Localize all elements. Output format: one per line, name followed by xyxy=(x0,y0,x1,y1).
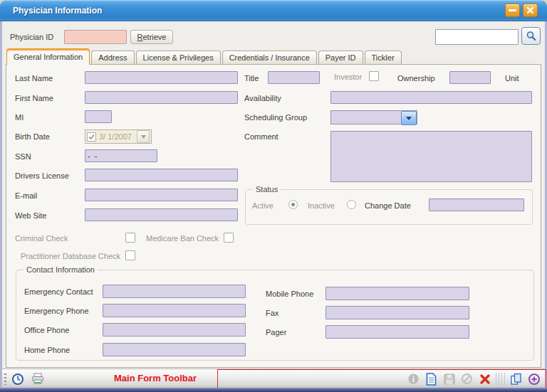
ownership-label: Ownership xyxy=(397,74,435,83)
scheduling-group-value xyxy=(331,111,401,124)
email-input[interactable] xyxy=(85,189,238,201)
search-input[interactable] xyxy=(435,29,519,45)
tab-tickler[interactable]: Tickler xyxy=(365,51,402,64)
practitioner-database-check-label: Practitioner Database Check xyxy=(21,252,120,260)
inactive-radio[interactable] xyxy=(347,200,356,209)
status-legend: Status xyxy=(253,185,281,194)
mi-label: MI xyxy=(15,113,24,122)
availability-input[interactable] xyxy=(330,91,532,104)
fax-input[interactable] xyxy=(325,306,469,319)
copy-button[interactable] xyxy=(509,372,523,386)
toolbar-separator xyxy=(496,373,505,385)
medicare-ban-check-checkbox[interactable] xyxy=(224,233,234,243)
cancel-button[interactable] xyxy=(460,372,474,386)
practitioner-database-check-checkbox[interactable] xyxy=(125,250,135,260)
change-date-input[interactable] xyxy=(429,198,524,211)
print-button[interactable] xyxy=(30,371,46,386)
chevron-down-icon xyxy=(141,135,146,139)
physician-id-label: Physician ID xyxy=(10,33,53,41)
mobile-phone-input[interactable] xyxy=(325,287,469,300)
tab-strip: General Information Address License & Pr… xyxy=(6,48,402,65)
window-title: Physician Information xyxy=(13,0,102,21)
tab-credentials-insurance[interactable]: Credentials / Insurance xyxy=(222,51,317,64)
first-name-label: First Name xyxy=(15,94,53,102)
save-icon xyxy=(444,374,455,385)
investor-checkbox[interactable] xyxy=(369,71,379,81)
active-radio[interactable] xyxy=(288,200,298,209)
office-phone-input[interactable] xyxy=(103,323,246,337)
contact-information-legend: Contact Information xyxy=(24,265,98,274)
web-site-input[interactable] xyxy=(85,208,238,221)
ssn-label: SSN xyxy=(15,152,31,161)
clock-icon xyxy=(11,373,24,386)
search-icon xyxy=(526,31,537,42)
minimize-button[interactable] xyxy=(505,4,520,17)
minimize-icon xyxy=(509,9,516,11)
birth-date-picker[interactable]: 3/ 1/2007 xyxy=(85,129,152,144)
delete-button[interactable] xyxy=(478,372,491,386)
tab-general-information[interactable]: General Information xyxy=(6,48,90,65)
pager-label: Pager xyxy=(266,328,286,337)
birth-date-label: Birth Date xyxy=(15,132,50,141)
last-name-input[interactable] xyxy=(85,71,238,84)
physician-information-window: Physician Information Physician ID Retri… xyxy=(0,0,547,392)
ownership-input[interactable] xyxy=(449,71,491,84)
birth-date-checkbox[interactable] xyxy=(87,132,96,142)
contact-information-group: Contact Information Emergency Contact Em… xyxy=(16,270,534,361)
email-label: E-mail xyxy=(15,191,37,200)
chevron-down-icon xyxy=(406,117,412,120)
emergency-phone-input[interactable] xyxy=(103,304,246,317)
close-icon xyxy=(526,6,534,14)
physician-id-input[interactable] xyxy=(64,30,127,44)
inactive-label: Inactive xyxy=(308,201,335,210)
drivers-license-label: Drivers License xyxy=(15,171,69,180)
new-document-icon xyxy=(426,373,437,386)
birth-date-value: 3/ 1/2007 xyxy=(99,132,137,141)
search-button[interactable] xyxy=(521,27,541,45)
general-information-panel: Last Name First Name MI Birth Date 3/ 1/… xyxy=(6,64,541,368)
retrieve-button[interactable]: Retrieve xyxy=(130,30,173,44)
new-document-button[interactable] xyxy=(424,372,438,386)
info-icon xyxy=(407,373,420,385)
toolbar-icon-group xyxy=(407,371,541,386)
form-client-area: Physician ID Retrieve General Informatio… xyxy=(2,21,545,388)
mi-input[interactable] xyxy=(85,110,112,123)
unit-label: Unit xyxy=(505,74,519,83)
close-button[interactable] xyxy=(523,4,538,17)
drivers-license-input[interactable] xyxy=(85,169,238,181)
scheduling-group-select[interactable] xyxy=(330,110,417,125)
first-name-input[interactable] xyxy=(85,91,238,104)
add-circle-icon xyxy=(528,373,541,386)
fax-label: Fax xyxy=(266,309,278,317)
emergency-contact-label: Emergency Contact xyxy=(24,287,93,296)
pager-input[interactable] xyxy=(325,325,469,339)
check-icon xyxy=(88,134,95,140)
save-button[interactable] xyxy=(442,372,456,386)
mobile-phone-label: Mobile Phone xyxy=(266,290,313,298)
toolbar-grip[interactable] xyxy=(4,374,6,385)
emergency-phone-label: Emergency Phone xyxy=(24,307,89,315)
last-name-label: Last Name xyxy=(15,74,53,83)
info-button[interactable] xyxy=(407,372,420,386)
investor-label: Investor xyxy=(334,73,362,81)
titlebar[interactable]: Physician Information xyxy=(0,0,547,21)
emergency-contact-input[interactable] xyxy=(103,285,246,298)
home-phone-input[interactable] xyxy=(103,343,246,356)
comment-textarea[interactable] xyxy=(330,131,532,182)
tab-address[interactable]: Address xyxy=(91,51,134,64)
comment-label: Comment xyxy=(244,132,278,141)
print-icon xyxy=(31,373,44,385)
ssn-input[interactable] xyxy=(85,149,157,162)
clock-button[interactable] xyxy=(10,371,26,386)
birth-date-dropdown-button[interactable] xyxy=(137,130,150,143)
criminal-check-checkbox[interactable] xyxy=(125,233,135,243)
medicare-ban-check-label: Medicare Ban Check xyxy=(146,234,219,243)
tab-license-privileges[interactable]: License & Privileges xyxy=(136,51,221,64)
titlebar-buttons xyxy=(505,4,538,17)
add-button[interactable] xyxy=(527,372,541,386)
scheduling-group-dropdown-button[interactable] xyxy=(401,111,417,125)
tab-payer-id[interactable]: Payer ID xyxy=(318,51,363,64)
scheduling-group-label: Scheduling Group xyxy=(244,113,307,122)
title-input[interactable] xyxy=(268,71,320,84)
main-form-toolbar: Main Form Toolbar xyxy=(2,369,545,388)
